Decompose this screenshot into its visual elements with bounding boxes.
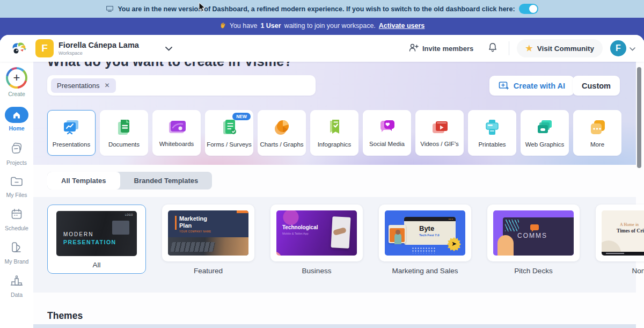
category-label: Web Graphics — [525, 141, 565, 148]
computer-icon — [106, 5, 114, 12]
template-tabs: All Templates Branded Templates — [47, 172, 212, 189]
data-podium-icon — [10, 274, 24, 289]
create-with-ai-button[interactable]: Create with AI — [489, 76, 574, 96]
template-card-marketing-sales[interactable]: ••• Byte Tech Fest 7.0 ➤ Marketing and S… — [379, 205, 471, 275]
template-card-nonprofit[interactable]: A Home in Times of Crisis Nonpr — [596, 205, 644, 275]
template-card-pitch-decks[interactable]: COMMS Pitch Decks — [487, 205, 580, 275]
workspace-sublabel: Workspace — [58, 50, 139, 56]
category-label: Infographics — [318, 141, 352, 148]
create-plus-icon: + — [6, 67, 27, 89]
notifications-bell-icon[interactable] — [488, 42, 497, 54]
template-card-label: Business — [302, 267, 332, 275]
workspace-selector[interactable]: F Fiorella Cánepa Lama Workspace — [35, 39, 172, 57]
documents-icon — [114, 118, 134, 137]
videos-icon — [429, 119, 450, 137]
tab-branded-templates[interactable]: Branded Templates — [120, 172, 213, 189]
account-chevron-down-icon[interactable] — [630, 43, 635, 53]
category-charts-graphs[interactable]: Charts / Graphs — [258, 110, 306, 156]
template-thumbnail: ••• Byte Tech Fest 7.0 ➤ — [385, 210, 465, 256]
sidebar-item-my-brand[interactable]: My Brand — [5, 241, 29, 265]
sidebar-item-schedule[interactable]: Schedule — [5, 208, 28, 231]
forms-icon — [219, 118, 239, 137]
template-card-featured[interactable]: Marketing Plan YOUR COMPANY NAME Feature… — [162, 205, 254, 275]
projects-icon — [10, 141, 24, 157]
category-presentations[interactable]: Presentations — [47, 110, 96, 156]
user-avatar[interactable]: F — [610, 40, 626, 56]
activate-users-link[interactable]: Activate users — [379, 22, 425, 30]
category-label: Presentations — [53, 141, 90, 148]
category-label: Documents — [108, 141, 140, 148]
template-thumbnail: Marketing Plan YOUR COMPANY NAME — [168, 210, 248, 256]
chip-close-icon[interactable]: ✕ — [105, 82, 110, 89]
brand-swatch-icon — [10, 241, 24, 256]
invite-members-button[interactable]: Invite members — [409, 43, 473, 53]
infographics-icon — [324, 118, 345, 137]
custom-button[interactable]: Custom — [573, 76, 620, 96]
new-dashboard-banner-text: You are in the new version of Dashboard,… — [118, 5, 515, 13]
calendar-icon — [10, 208, 23, 223]
toggle-knob — [529, 5, 537, 13]
category-label: Printables — [478, 141, 506, 148]
chevron-down-icon — [165, 43, 172, 53]
category-label: More — [590, 141, 604, 148]
workspace-name: Fiorella Cánepa Lama — [58, 41, 139, 49]
create-with-ai-label: Create with AI — [514, 82, 565, 90]
category-videos-gifs[interactable]: Videos / GIF's — [415, 110, 464, 156]
app-header: F Fiorella Cánepa Lama Workspace Invite … — [0, 35, 644, 62]
chip-label: Presentations — [57, 82, 100, 90]
category-whiteboards[interactable]: Whiteboards — [152, 110, 201, 156]
category-infographics[interactable]: Infographics — [310, 110, 358, 156]
app-shell: F Fiorella Cánepa Lama Workspace Invite … — [0, 35, 644, 328]
category-documents[interactable]: Documents — [100, 110, 148, 156]
printables-icon — [482, 118, 502, 137]
category-printables[interactable]: Printables — [468, 110, 516, 156]
category-label: Whiteboards — [159, 141, 194, 147]
more-icon — [588, 118, 607, 137]
banner-text-pre: You have — [230, 22, 258, 30]
visit-community-label: Visit Community — [537, 45, 594, 53]
visit-community-button[interactable]: ★ Visit Community — [517, 39, 603, 57]
sidebar-nav: + Create Home Projects My Files Schedu — [0, 62, 33, 328]
main-content: What do you want to create in Visme? Pre… — [33, 62, 644, 328]
template-card-label: Featured — [194, 267, 223, 275]
sidebar-item-data[interactable]: Data — [10, 274, 24, 298]
sidebar-item-home[interactable]: Home — [5, 107, 28, 132]
new-dashboard-banner: You are in the new version of Dashboard,… — [0, 0, 644, 18]
sidebar-item-label: My Brand — [5, 258, 29, 265]
template-card-all[interactable]: LOGO MODERN PRESENTATION All — [47, 205, 146, 274]
template-thumbnail: LOGO MODERN PRESENTATION — [56, 211, 137, 256]
sidebar-item-create[interactable]: + Create — [6, 67, 27, 97]
folder-icon — [10, 176, 24, 189]
sidebar-item-projects[interactable]: Projects — [6, 141, 27, 166]
search-filter-chip[interactable]: Presentations ✕ — [51, 78, 116, 93]
wave-hand-icon — [219, 22, 226, 31]
category-label: Charts / Graphs — [260, 141, 303, 148]
old-dashboard-toggle[interactable] — [519, 4, 538, 14]
category-label: Social Media — [369, 141, 405, 147]
mouse-cursor — [199, 2, 206, 14]
tab-all-templates[interactable]: All Templates — [47, 172, 120, 189]
template-thumbnail: A Home in Times of Crisis — [602, 210, 644, 256]
invite-members-icon — [409, 43, 419, 53]
vertical-scrollbar[interactable] — [637, 67, 641, 168]
whiteboards-icon — [166, 119, 187, 137]
new-badge: NEW — [232, 113, 251, 120]
category-forms-surveys[interactable]: NEW Forms / Surveys — [205, 110, 253, 156]
category-web-graphics[interactable]: Web Graphics — [521, 110, 569, 156]
workspace-avatar: F — [35, 39, 54, 57]
social-media-icon — [377, 119, 397, 137]
visme-logo[interactable] — [10, 40, 28, 56]
category-label: Forms / Surveys — [207, 141, 252, 148]
search-input[interactable]: Presentations ✕ — [47, 75, 316, 96]
template-card-label: Marketing and Sales — [392, 267, 458, 275]
home-icon — [5, 107, 28, 123]
category-row: Presentations Documents Whiteboards NEW … — [47, 110, 621, 156]
sidebar-item-my-files[interactable]: My Files — [6, 176, 27, 198]
template-card-business[interactable]: Technological Mobile & Tablet App Busine… — [270, 205, 363, 275]
category-more[interactable]: More — [573, 110, 621, 156]
template-card-label: Nonpr — [632, 267, 644, 275]
star-icon: ★ — [525, 43, 532, 53]
sidebar-item-label: My Files — [6, 192, 27, 198]
category-social-media[interactable]: Social Media — [363, 110, 411, 156]
template-thumbnail: Technological Mobile & Tablet App — [276, 210, 357, 256]
